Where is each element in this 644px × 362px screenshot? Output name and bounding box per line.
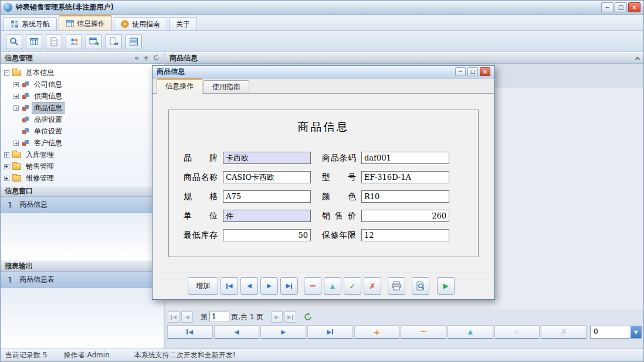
- info-window-title: 信息窗口: [5, 186, 33, 196]
- warranty-input[interactable]: [361, 229, 449, 241]
- card-view-button[interactable]: [126, 34, 142, 49]
- info-window-header[interactable]: 信息窗口: [1, 185, 164, 197]
- next-record-button[interactable]: ▶: [260, 277, 278, 295]
- collapse-panel-icon[interactable]: «: [134, 54, 139, 62]
- dialog-tab-user-guide[interactable]: 使用指南: [204, 80, 249, 93]
- first-page-button[interactable]: ◀: [168, 311, 179, 323]
- next-page-button[interactable]: ▶: [271, 311, 283, 323]
- edit-record-button[interactable]: ▲: [448, 325, 493, 339]
- add-button[interactable]: 增加: [188, 277, 218, 295]
- record-count-dropdown[interactable]: 0 ▼: [590, 326, 642, 339]
- dialog-minimize-button[interactable]: −: [455, 67, 466, 76]
- expand-expander-icon[interactable]: [4, 152, 9, 158]
- confirm-button[interactable]: ✓: [344, 277, 361, 295]
- export-table-button[interactable]: [86, 34, 102, 49]
- tree-item-company-info[interactable]: 公司信息: [2, 78, 162, 90]
- info-management-header: 信息管理 « +: [1, 52, 164, 64]
- spec-input[interactable]: [223, 190, 311, 203]
- table-icon: [66, 19, 74, 28]
- run-button[interactable]: ▶: [437, 277, 455, 295]
- gear-icon: [22, 93, 29, 100]
- gear-icon: [22, 128, 29, 135]
- expand-expander-icon[interactable]: [13, 94, 19, 99]
- tree-item-label: 供商信息: [32, 91, 64, 102]
- add-record-button[interactable]: +: [354, 325, 400, 339]
- refresh-icon[interactable]: [153, 54, 160, 62]
- dialog-tab-info-operations[interactable]: 信息操作: [157, 78, 202, 94]
- prev-record-button[interactable]: ◀: [214, 325, 260, 339]
- last-record-button[interactable]: ▶: [307, 325, 353, 339]
- delete-record-button[interactable]: −: [304, 277, 321, 295]
- card-view-icon: [129, 37, 138, 46]
- tree-item-repair-management[interactable]: 维修管理: [2, 172, 162, 184]
- expand-expander-icon[interactable]: [4, 176, 9, 181]
- minimize-button[interactable]: −: [601, 2, 614, 12]
- confirm-button[interactable]: ✓: [494, 325, 540, 339]
- tree-item-sales-management[interactable]: 销售管理: [2, 160, 162, 172]
- last-record-button[interactable]: ▶: [280, 277, 298, 295]
- expand-expander-icon[interactable]: [13, 105, 19, 111]
- search-button[interactable]: [6, 34, 22, 49]
- brand-input[interactable]: [223, 152, 311, 164]
- next-record-button[interactable]: ▶: [260, 325, 306, 339]
- tab-about[interactable]: 关于: [169, 17, 197, 30]
- prev-record-button[interactable]: ◀: [240, 277, 258, 295]
- print-preview-button[interactable]: [412, 277, 429, 295]
- tree-item-inbound-management[interactable]: 入库管理: [2, 149, 162, 160]
- users-button[interactable]: [66, 34, 82, 49]
- tab-system-navigation[interactable]: 系统导航: [4, 17, 57, 30]
- tree-item-label: 入库管理: [24, 149, 56, 160]
- dialog-titlebar[interactable]: 商品信息 − □ ×: [152, 66, 494, 78]
- spec-label: 规格: [184, 192, 218, 202]
- refresh-button[interactable]: [304, 313, 312, 321]
- tree-item-brand-settings[interactable]: 品牌设置: [2, 114, 162, 125]
- first-record-button[interactable]: ◀: [167, 325, 213, 339]
- close-button[interactable]: ×: [628, 2, 640, 12]
- edit-record-button[interactable]: ▲: [324, 277, 341, 295]
- export-document-button[interactable]: [106, 34, 122, 49]
- min-stock-input[interactable]: [223, 229, 311, 241]
- tab-user-guide[interactable]: 使用指南: [114, 17, 167, 30]
- chevron-up-icon[interactable]: [635, 56, 640, 61]
- dialog-close-button[interactable]: ×: [480, 67, 490, 76]
- folder-icon: [12, 163, 21, 170]
- unit-input[interactable]: [223, 210, 311, 222]
- maximize-button[interactable]: □: [615, 2, 627, 12]
- new-document-button[interactable]: [46, 34, 62, 49]
- page-number-input[interactable]: [209, 312, 229, 322]
- tree-item-basic-info[interactable]: 基本信息: [2, 67, 162, 78]
- prev-page-button[interactable]: ◀: [181, 311, 193, 323]
- form-row: 规格 颜色: [169, 187, 478, 206]
- collapse-expander-icon[interactable]: [4, 70, 9, 76]
- print-button[interactable]: [388, 277, 405, 295]
- list-item-index: 1: [1, 201, 19, 209]
- dialog-maximize-button[interactable]: □: [467, 67, 478, 76]
- cancel-button[interactable]: ✗: [541, 325, 587, 339]
- table-view-button[interactable]: [26, 34, 42, 49]
- list-item[interactable]: 1 商品信息表: [1, 272, 164, 288]
- expand-expander-icon[interactable]: [4, 164, 9, 169]
- tab-info-operations[interactable]: 信息操作: [59, 15, 112, 30]
- dropdown-arrow-icon[interactable]: ▼: [631, 326, 641, 338]
- tree-item-unit-settings[interactable]: 单位设置: [2, 125, 162, 137]
- barcode-input[interactable]: [361, 152, 449, 164]
- product-name-input[interactable]: [223, 171, 311, 183]
- plus-icon: +: [374, 328, 381, 336]
- add-icon[interactable]: +: [143, 54, 149, 62]
- first-record-button[interactable]: ◀: [221, 277, 238, 295]
- toolbar: [1, 31, 643, 52]
- tree-item-customer-info[interactable]: 客户信息: [2, 137, 162, 149]
- color-input[interactable]: [361, 190, 449, 203]
- model-input[interactable]: [361, 171, 449, 183]
- expand-expander-icon[interactable]: [13, 82, 19, 87]
- expand-expander-icon[interactable]: [13, 141, 19, 146]
- gear-icon: [22, 104, 29, 111]
- cancel-button[interactable]: ✗: [364, 277, 381, 295]
- report-output-header[interactable]: 报表输出: [1, 260, 164, 272]
- last-page-button[interactable]: ▶: [284, 311, 296, 323]
- tree-item-product-info[interactable]: 商品信息: [2, 102, 162, 114]
- delete-record-button[interactable]: −: [401, 325, 446, 339]
- list-item[interactable]: 1 商品信息: [1, 197, 164, 213]
- tree-item-supplier-info[interactable]: 供商信息: [2, 90, 162, 102]
- price-input[interactable]: [361, 210, 449, 222]
